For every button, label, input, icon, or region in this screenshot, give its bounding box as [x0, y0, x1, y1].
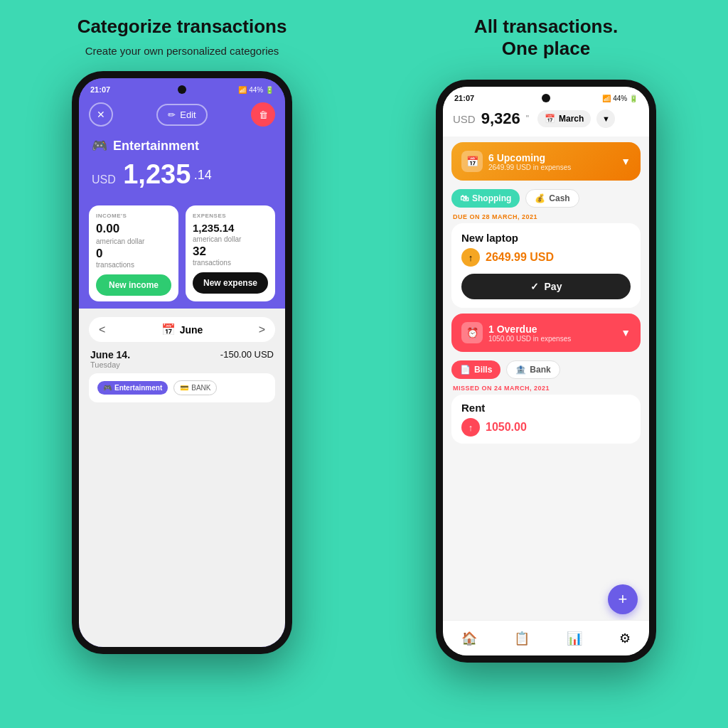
- upcoming-title: 6 Upcoming: [488, 152, 571, 164]
- balance-superscript: ": [526, 114, 529, 124]
- overdue-card[interactable]: ⏰ 1 Overdue 1050.00 USD in expenses ▼: [451, 314, 641, 352]
- entertainment-icon: 🎮: [92, 138, 107, 154]
- overdue-icon: ⏰: [461, 322, 483, 343]
- edit-button[interactable]: ✏ Edit: [156, 104, 207, 126]
- bills-icon: 📄: [460, 365, 471, 375]
- phone-left: 21:07 📶 44% 🔋 ✕ ✏ Edit 🗑 🎮 En: [72, 71, 292, 654]
- rent-card: Rent ↑ 1050.00: [451, 395, 641, 444]
- card-icon-left: 💳: [180, 384, 188, 392]
- month-nav: < 📅 June >: [89, 317, 275, 342]
- left-panel-title: Categorize transactions: [56, 16, 309, 38]
- fab-button[interactable]: +: [608, 584, 638, 614]
- stats-row: INCOME'S 0.00 american dollar 0 transact…: [79, 198, 285, 309]
- phone-right: 21:07 📶 44% 🔋 USD 9,326 " 📅 March ▼: [436, 80, 656, 663]
- income-transactions: 0: [96, 247, 171, 261]
- coin-icon: ↑: [461, 248, 480, 267]
- income-label: INCOME'S: [96, 213, 171, 219]
- entertainment-tag: 🎮 Entertainment: [97, 381, 168, 395]
- bank-filter[interactable]: 🏦 Bank: [506, 360, 560, 379]
- balance-amount: 9,326: [481, 109, 520, 128]
- due-label: DUE ON 28 MARCH, 2021: [443, 213, 649, 223]
- calendar-icon-right: 📅: [545, 114, 555, 124]
- category-name-row: 🎮 Entertainment: [79, 131, 285, 156]
- transaction-amount: -150.00 USD: [220, 349, 274, 360]
- upcoming-icon: 📅: [461, 151, 483, 172]
- pay-button[interactable]: ✓ Pay: [461, 274, 631, 299]
- month-name: March: [559, 114, 584, 124]
- month-label: June: [180, 324, 203, 336]
- transaction-date: June 14.: [90, 349, 130, 360]
- upcoming-sub: 2649.99 USD in expenses: [488, 164, 571, 171]
- rent-coin-icon: ↑: [461, 418, 480, 437]
- balance-bar: USD 9,326 " 📅 March ▼: [443, 105, 649, 136]
- rent-name: Rent: [461, 402, 631, 414]
- cash-icon: 💰: [535, 193, 545, 203]
- new-income-button[interactable]: New income: [96, 274, 171, 296]
- camera-notch: [178, 85, 186, 94]
- bank-icon: 🏦: [515, 365, 526, 375]
- check-icon: ✓: [530, 281, 539, 292]
- bottom-nav: 🏠 📋 📊 ⚙: [443, 620, 649, 655]
- prev-month-button[interactable]: <: [99, 323, 105, 336]
- new-expense-button[interactable]: New expense: [193, 272, 268, 294]
- overdue-sub: 1050.00 USD in expenses: [488, 335, 571, 343]
- income-card: INCOME'S 0.00 american dollar 0 transact…: [89, 205, 178, 301]
- delete-button[interactable]: 🗑: [251, 102, 275, 127]
- bank-tag: 💳 BANK: [173, 380, 217, 395]
- month-pill[interactable]: 📅 March: [537, 110, 591, 127]
- expenses-card: EXPENSES 1,235.14 american dollar 32 tra…: [186, 205, 275, 301]
- nav-list-icon[interactable]: 📋: [514, 631, 530, 646]
- income-value: 0.00: [96, 222, 171, 236]
- amount-main: 1,235: [123, 159, 191, 189]
- expenses-label: EXPENSES: [193, 213, 268, 219]
- shopping-filter[interactable]: 🛍 Shopping: [451, 189, 520, 208]
- transaction-day: Tuesday: [90, 360, 130, 369]
- calendar-icon-left: 📅: [161, 323, 176, 336]
- missed-label: MISSED ON 24 MARCH, 2021: [443, 385, 649, 395]
- laptop-amount: 2649.99 USD: [486, 251, 554, 264]
- amount-decimal: .14: [194, 168, 212, 182]
- shopping-icon: 🛍: [460, 193, 469, 203]
- left-panel-subtitle: Create your own personalized categories: [57, 43, 308, 58]
- close-button[interactable]: ✕: [89, 102, 113, 127]
- expenses-currency: american dollar: [193, 235, 268, 243]
- upcoming-card[interactable]: 📅 6 Upcoming 2649.99 USD in expenses ▼: [451, 142, 641, 181]
- balance-currency: USD: [453, 113, 476, 125]
- camera-notch-right: [542, 94, 550, 102]
- transaction-item[interactable]: 🎮 Entertainment 💳 BANK: [89, 373, 275, 402]
- chevron-down-button[interactable]: ▼: [596, 109, 615, 128]
- usd-label: USD: [92, 173, 116, 186]
- rent-amount: 1050.00: [486, 421, 527, 434]
- edit-label: Edit: [180, 109, 196, 120]
- expenses-trans-label: transactions: [193, 259, 268, 267]
- transaction-date-row: June 14. Tuesday -150.00 USD: [89, 349, 275, 369]
- nav-home-icon[interactable]: 🏠: [461, 631, 477, 646]
- upcoming-chevron: ▼: [621, 156, 631, 167]
- rent-amount-row: ↑ 1050.00: [461, 418, 631, 437]
- overdue-chevron: ▼: [621, 327, 631, 338]
- nav-chart-icon[interactable]: 📊: [567, 631, 582, 646]
- cash-filter[interactable]: 💰 Cash: [525, 189, 579, 208]
- expenses-value: 1,235.14: [193, 222, 268, 234]
- bottom-section-left: < 📅 June > June 14. Tuesday -150.: [79, 309, 285, 647]
- expenses-transactions: 32: [193, 245, 268, 259]
- next-month-button[interactable]: >: [259, 323, 265, 336]
- new-laptop-card: New laptop ↑ 2649.99 USD ✓ Pay: [451, 223, 641, 308]
- income-currency: american dollar: [96, 237, 171, 245]
- right-panel-title: All transactions. One place: [453, 16, 639, 60]
- game-icon: 🎮: [103, 384, 112, 392]
- category-amount: USD 1,235 .14: [79, 156, 285, 198]
- filter-row-1: 🛍 Shopping 💰 Cash: [443, 183, 649, 213]
- category-name: Entertainment: [113, 139, 199, 154]
- laptop-name: New laptop: [461, 232, 631, 244]
- pencil-icon: ✏: [168, 109, 176, 120]
- income-trans-label: transactions: [96, 261, 171, 269]
- filter-row-2: 📄 Bills 🏦 Bank: [443, 355, 649, 385]
- overdue-title: 1 Overdue: [488, 323, 571, 335]
- nav-settings-icon[interactable]: ⚙: [619, 631, 631, 646]
- bills-filter[interactable]: 📄 Bills: [451, 360, 500, 379]
- laptop-amount-row: ↑ 2649.99 USD: [461, 248, 631, 267]
- category-header-buttons: ✕ ✏ Edit 🗑: [79, 97, 285, 131]
- pay-label: Pay: [545, 281, 562, 292]
